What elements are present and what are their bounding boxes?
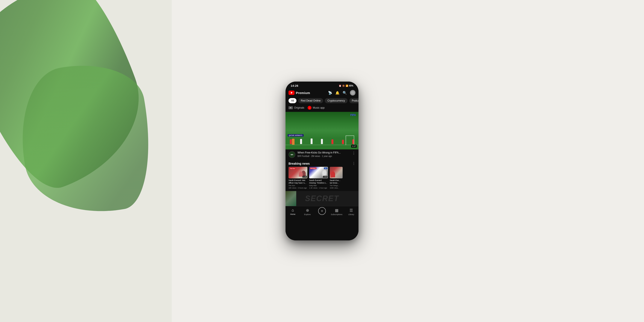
home-icon: ⌂ xyxy=(292,208,294,212)
background-right xyxy=(172,0,644,322)
daily-mail-badge: Mail xyxy=(324,168,327,169)
thumbnail-2-meta: 1.4K views · 1 hour ago xyxy=(309,187,328,189)
main-video-meta: When Free-Kicks Go Wrong in FIFA... B/R … xyxy=(298,151,350,157)
person-silhouette-2 xyxy=(299,171,303,177)
chip-red-dead-online[interactable]: Red Dead Online xyxy=(298,98,323,103)
alarm-icon: ⏰ xyxy=(339,84,341,87)
thumbnail-2-duration: 2:39 xyxy=(323,176,327,178)
nav-explore[interactable]: ⊕ Explore xyxy=(300,208,315,216)
music-app-icon: ♪ xyxy=(308,106,312,110)
main-video-info: BR When Free-Kicks Go Wrong in FIFA... B… xyxy=(286,150,358,160)
nav-subscriptions[interactable]: ▦ Subscriptions xyxy=(329,208,344,216)
goalkeeper xyxy=(292,139,294,145)
filter-chips-row: All Red Dead Online Cryptocurrency Podca… xyxy=(286,97,358,105)
cast-icon[interactable]: 📡 xyxy=(328,91,332,95)
mute-icon: 🔕 xyxy=(342,84,345,87)
br-football-avatar: BR xyxy=(288,151,296,158)
phone-screen: 14:26 ⏰ 🔕 📶 65% Premium 📡 xyxy=(286,82,358,240)
breaking-news-header: Breaking news ⋮ xyxy=(286,160,358,167)
thumbnail-3-views: 104K view... xyxy=(330,187,342,189)
secret-overlay xyxy=(286,191,296,206)
music-app-label: Music app xyxy=(313,106,324,109)
qatar-banner: QATAR AIRWAYS xyxy=(288,134,304,136)
youtube-play-icon xyxy=(288,90,294,95)
user-avatar[interactable] xyxy=(350,90,356,96)
originals-item[interactable]: Originals xyxy=(288,106,304,109)
youtube-logo[interactable]: Premium xyxy=(288,90,310,95)
add-icon: + xyxy=(321,209,323,213)
player-red-2 xyxy=(332,139,334,144)
battery-indicator: 65% xyxy=(349,84,353,87)
player-white-2 xyxy=(310,138,312,144)
player-white-3 xyxy=(321,139,323,144)
nav-add[interactable]: + xyxy=(315,208,329,216)
library-icon: ☰ xyxy=(350,208,353,213)
chip-all[interactable]: All xyxy=(288,98,296,103)
fifa-logo: FIFA xyxy=(350,114,356,116)
breaking-news-item-3[interactable]: Sarah Eve... we know... The Telegr... 10… xyxy=(330,167,342,189)
thumbnail-3 xyxy=(330,167,342,178)
status-bar: 14:26 ⏰ 🔕 📶 65% xyxy=(286,82,358,89)
header-icons: 📡 🔔 🔍 xyxy=(328,90,356,96)
thumbnail-1-meta: 18K views · 2 hours ago xyxy=(288,187,308,189)
phone: 14:26 ⏰ 🔕 📶 65% Premium 📡 xyxy=(286,82,358,240)
missing-badge: MISSING xyxy=(310,168,316,169)
library-label: Library xyxy=(348,214,354,216)
notifications-icon[interactable]: 🔔 xyxy=(335,91,340,95)
main-video-more-button[interactable]: ⋮ xyxy=(352,151,356,155)
thumbnail-2: MISSING Mail 2:39 xyxy=(309,167,328,178)
chip-podcasts[interactable]: Podcasts xyxy=(349,98,358,103)
originals-label: Originals xyxy=(294,106,304,109)
thumbnail-1-title: Sarah Everard: Met officer may have 'u..… xyxy=(288,179,308,184)
nav-home[interactable]: ⌂ Home xyxy=(286,208,300,216)
player-red-1 xyxy=(290,139,292,144)
thumbnail-3-title: Sarah Eve... we know... xyxy=(330,179,342,184)
chip-cryptocurrency[interactable]: Cryptocurrency xyxy=(325,98,347,103)
breaking-news-more-button[interactable]: ⋮ xyxy=(352,162,356,166)
nav-library[interactable]: ☰ Library xyxy=(344,208,358,216)
player-white-1 xyxy=(300,139,302,144)
breaking-news-item-2[interactable]: MISSING Mail 2:39 Sarah Everard missing:… xyxy=(309,167,328,189)
subscriptions-icon: ▦ xyxy=(335,208,338,213)
music-app-item[interactable]: ♪ Music app xyxy=(308,106,324,110)
breaking-news-thumbnails: The Sun 1:35 Sarah Everard: Met officer … xyxy=(286,167,358,191)
youtube-premium-label: Premium xyxy=(296,91,310,95)
status-icons: ⏰ 🔕 📶 65% xyxy=(339,84,353,87)
phone-wrapper: 14:26 ⏰ 🔕 📶 65% Premium 📡 xyxy=(286,82,358,240)
goal-post xyxy=(346,136,354,145)
explore-label: Explore xyxy=(304,214,311,216)
thumbnail-2-channel: Daily Mail xyxy=(309,184,328,186)
missing-person-photo xyxy=(322,169,327,176)
home-label: Home xyxy=(290,213,296,215)
avatar-image xyxy=(350,90,356,96)
explore-icon: ⊕ xyxy=(306,208,309,213)
status-time: 14:26 xyxy=(291,84,298,87)
search-icon[interactable]: 🔍 xyxy=(342,91,347,95)
add-button[interactable]: + xyxy=(318,207,326,215)
play-triangle xyxy=(291,92,292,94)
main-video-thumbnail[interactable]: QATAR AIRWAYS FIFA 1:17 xyxy=(286,112,358,150)
main-video-title[interactable]: When Free-Kicks Go Wrong in FIFA... xyxy=(298,151,350,154)
thumbnail-1-duration: 1:35 xyxy=(302,176,307,178)
breaking-news-title: Breaking news xyxy=(288,162,310,165)
main-video-duration: 1:17 xyxy=(351,145,357,148)
thumbnail-1: The Sun 1:35 xyxy=(288,167,308,178)
player-red-3 xyxy=(342,140,344,144)
subscriptions-label: Subscriptions xyxy=(331,214,342,216)
thumbnail-1-channel: The Sun xyxy=(288,184,308,186)
wifi-icon: 📶 xyxy=(346,84,348,87)
secret-text: SECRET xyxy=(305,194,339,203)
premium-content-row: Originals ♪ Music app xyxy=(286,105,358,112)
the-sun-badge: The Sun xyxy=(289,168,296,170)
thumbnail-2-title: Sarah Everard missing: Timeline o... xyxy=(309,179,328,184)
main-video-subtitle: B/R Football · 2M views · 1 year ago xyxy=(298,155,350,157)
person-red-hat xyxy=(331,171,335,177)
youtube-header: Premium 📡 🔔 🔍 xyxy=(286,89,358,97)
secret-section-thumbnail[interactable]: SECRET xyxy=(286,191,358,206)
originals-icon xyxy=(288,106,293,109)
bottom-navigation: ⌂ Home ⊕ Explore + ▦ Subscriptions xyxy=(286,206,358,218)
thumbnail-3-channel: The Telegr... xyxy=(330,184,342,186)
breaking-news-item-1[interactable]: The Sun 1:35 Sarah Everard: Met officer … xyxy=(288,167,308,189)
